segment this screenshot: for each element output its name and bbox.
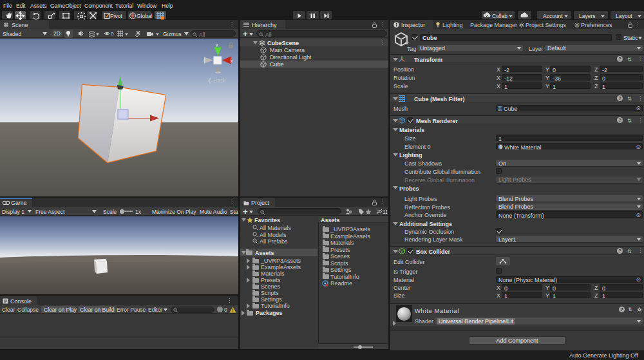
svg-text:y: y: [216, 43, 218, 48]
svg-text:❮ Back: ❮ Back: [207, 77, 226, 84]
svg-text:0: 0: [111, 31, 114, 37]
svg-text:11: 11: [383, 209, 387, 215]
svg-text:x: x: [231, 59, 233, 63]
